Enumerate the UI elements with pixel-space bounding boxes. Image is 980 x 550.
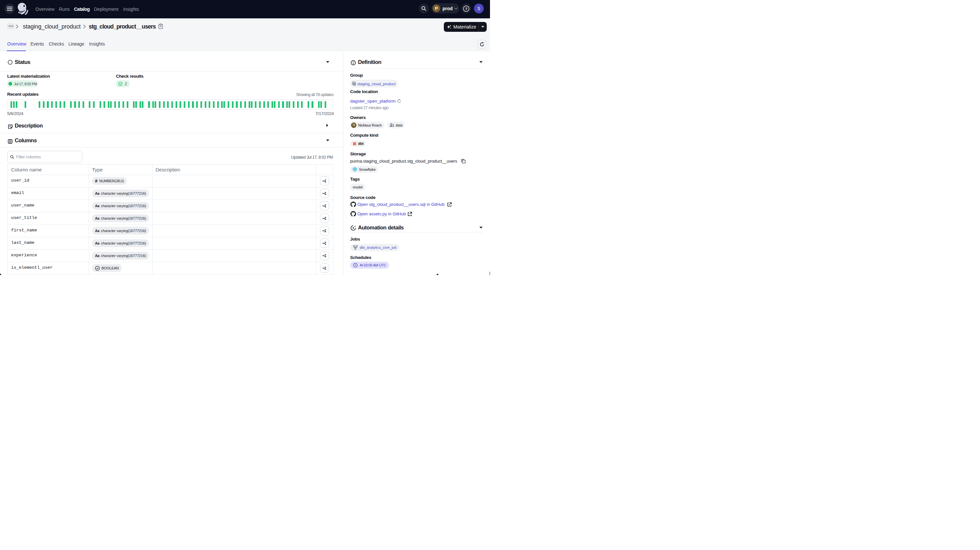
svg-text:?: ? [465,6,467,11]
